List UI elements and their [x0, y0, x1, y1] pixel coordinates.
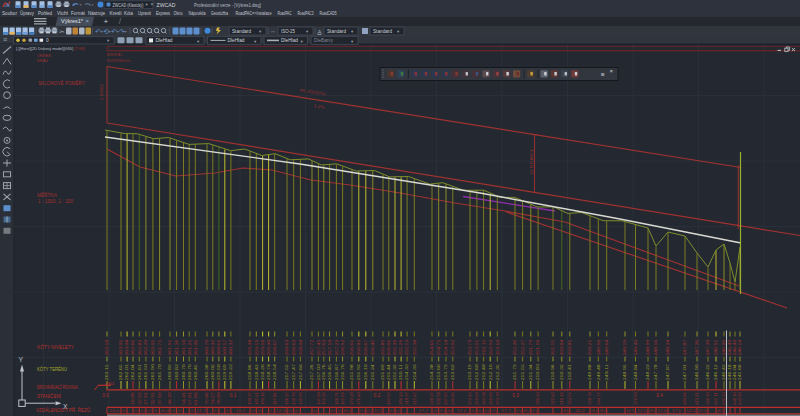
svg-text:Kóta: Kóta	[124, 10, 134, 16]
svg-text:0.0: 0.0	[102, 393, 109, 398]
svg-text:250.83: 250.83	[536, 364, 541, 381]
svg-text:OKRES: OKRES	[37, 53, 51, 58]
svg-text:06.7: 06.7	[154, 409, 158, 413]
svg-text:≡: ≡	[601, 71, 605, 78]
svg-text:ZWCAD: ZWCAD	[157, 2, 176, 8]
svg-text:246.12: 246.12	[713, 364, 718, 381]
svg-text:257.47: 257.47	[291, 364, 296, 381]
svg-text:✂: ✂	[60, 28, 66, 35]
svg-text:253.63: 253.63	[450, 364, 455, 381]
svg-text:253.73: 253.73	[467, 339, 472, 356]
svg-text:06.3: 06.3	[251, 409, 255, 413]
svg-text:262.66: 262.66	[130, 339, 135, 356]
svg-text:258.43: 258.43	[254, 364, 259, 381]
svg-text:262.82: 262.82	[137, 339, 142, 356]
svg-text:256.67: 256.67	[363, 339, 368, 356]
svg-text:Nápověda: Nápověda	[189, 10, 207, 16]
svg-text:263.18: 263.18	[104, 339, 109, 356]
svg-text:344.77: 344.77	[596, 392, 601, 405]
svg-text:2.50000: 2.50000	[99, 83, 104, 100]
svg-text:252.27: 252.27	[520, 339, 525, 356]
svg-text:07.0: 07.0	[367, 409, 372, 413]
svg-text:07.3: 07.3	[532, 409, 537, 413]
svg-text:261.50: 261.50	[143, 364, 148, 381]
svg-text:250.41: 250.41	[567, 364, 572, 381]
svg-text:06.2: 06.2	[390, 409, 394, 413]
svg-text:253.19: 253.19	[467, 364, 472, 381]
svg-text:256.76: 256.76	[340, 364, 345, 381]
svg-text:147.98: 147.98	[316, 392, 321, 405]
svg-text:12.0: 12.0	[657, 409, 667, 413]
svg-text:254.72: 254.72	[436, 339, 441, 356]
svg-text:Upravit: Upravit	[138, 10, 151, 16]
svg-text:Profesionální verze - [Výkres1: Profesionální verze - [Výkres1.dwg]	[194, 2, 261, 8]
svg-text:NIVELETA 1: NIVELETA 1	[107, 53, 123, 57]
svg-text:STANIČENÍ: STANIČENÍ	[37, 393, 62, 399]
svg-text:258.67: 258.67	[272, 339, 277, 356]
svg-text:257.10: 257.10	[327, 339, 332, 356]
svg-text:259.50: 259.50	[260, 339, 265, 356]
svg-text:06.9: 06.9	[471, 409, 475, 413]
svg-text:257.72: 257.72	[309, 339, 314, 356]
svg-text:263.98: 263.98	[481, 392, 486, 405]
svg-text:×: ×	[150, 1, 153, 7]
svg-text:▾: ▾	[80, 3, 82, 7]
svg-text:0.4: 0.4	[656, 393, 663, 398]
svg-text:249.64: 249.64	[604, 339, 609, 356]
svg-text:259.69: 259.69	[222, 364, 227, 381]
svg-text:Nástroje: Nástroje	[88, 10, 105, 16]
svg-text:258.54: 258.54	[272, 364, 277, 381]
svg-text:250.32: 250.32	[559, 364, 564, 381]
svg-text:17.7: 17.7	[418, 409, 428, 413]
svg-text:319.12: 319.12	[559, 392, 564, 405]
svg-text:260: 260	[105, 382, 114, 386]
svg-text:260.17: 260.17	[222, 339, 227, 356]
svg-text:302.34: 302.34	[536, 392, 541, 405]
svg-text:263.01: 263.01	[118, 339, 123, 356]
svg-text:A: A	[318, 29, 322, 35]
svg-text:206.14: 206.14	[399, 392, 404, 405]
svg-text:06.4: 06.4	[313, 409, 317, 413]
svg-text:259.30: 259.30	[266, 339, 271, 356]
svg-text:248.23: 248.23	[645, 364, 650, 381]
svg-text:08.0: 08.0	[717, 409, 723, 413]
svg-text:210.37: 210.37	[405, 392, 410, 405]
svg-text:249.48: 249.48	[596, 364, 601, 381]
svg-text:251.55: 251.55	[550, 339, 555, 356]
svg-text:ISO-25: ISO-25	[281, 29, 295, 34]
svg-text:249.90: 249.90	[596, 339, 601, 356]
svg-text:253.92: 253.92	[450, 339, 455, 356]
svg-text:252.93: 252.93	[488, 339, 493, 356]
svg-text:255.11: 255.11	[399, 364, 404, 381]
svg-text:248.84: 248.84	[633, 364, 638, 381]
svg-text:11.7: 11.7	[197, 409, 206, 413]
svg-text:232.58: 232.58	[436, 392, 441, 405]
svg-text:07.3: 07.3	[440, 409, 445, 413]
svg-text:109.16: 109.16	[260, 392, 265, 405]
svg-text:19.1: 19.1	[236, 409, 246, 413]
svg-text:×: ×	[86, 18, 90, 24]
svg-text:SKLONOVÉ POMĚRY: SKLONOVÉ POMĚRY	[38, 79, 85, 86]
svg-text:252.68: 252.68	[474, 364, 479, 381]
svg-text:78.89: 78.89	[216, 392, 221, 405]
svg-text:08.4: 08.4	[600, 409, 606, 413]
svg-text:Soubor: Soubor	[2, 10, 17, 16]
svg-text:261.06: 261.06	[193, 339, 198, 356]
svg-text:255.38: 255.38	[412, 339, 417, 356]
svg-text:06.1: 06.1	[270, 409, 274, 413]
svg-text:197.97: 197.97	[386, 392, 391, 405]
svg-text:Standard: Standard	[232, 29, 251, 34]
svg-text:DleHlad: DleHlad	[156, 38, 173, 43]
svg-text:22.92: 22.92	[137, 392, 142, 405]
svg-text:135.56: 135.56	[298, 392, 303, 405]
svg-text:Úpravy: Úpravy	[20, 10, 34, 16]
svg-text:255.29: 255.29	[399, 339, 404, 356]
svg-text:14.0: 14.0	[109, 409, 119, 413]
svg-text:09.4: 09.4	[344, 409, 351, 413]
svg-text:312.40: 312.40	[550, 392, 555, 405]
svg-text:261.78: 261.78	[157, 364, 162, 381]
svg-text:251.73: 251.73	[512, 364, 517, 381]
svg-text:06.6: 06.6	[485, 409, 489, 413]
svg-text:06.8: 06.8	[447, 409, 451, 413]
svg-text:246.14: 246.14	[737, 339, 742, 356]
